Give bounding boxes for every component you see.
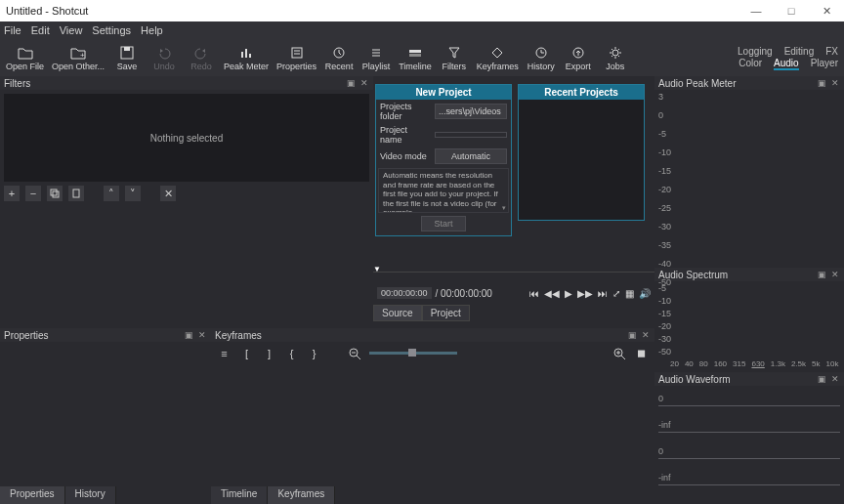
layout-tab-player[interactable]: Player	[811, 58, 838, 70]
peak-tick: -20	[658, 185, 844, 203]
history-icon	[532, 44, 550, 62]
close-button[interactable]: ✕	[809, 0, 844, 21]
timecode-total: / 00:00:00:00	[436, 288, 492, 299]
svg-rect-14	[409, 54, 421, 57]
play-icon[interactable]: ▶	[565, 288, 572, 299]
svg-point-17	[612, 50, 618, 56]
kf-brace-open-icon[interactable]: {	[284, 346, 299, 360]
toolbar-redo-button[interactable]: Redo	[187, 44, 216, 71]
toolbar-keyframes-button[interactable]: Keyframes	[477, 44, 519, 71]
filter-up-button[interactable]: ˄	[104, 186, 119, 201]
layout-tab-logging[interactable]: Logging	[738, 46, 773, 57]
kf-zoom-out-icon[interactable]	[347, 346, 361, 360]
menu-help[interactable]: Help	[141, 24, 163, 36]
project-name-input[interactable]	[435, 132, 507, 138]
kf-bracket-open-icon[interactable]: [	[239, 346, 254, 360]
filters-placeholder: Nothing selected	[150, 133, 224, 144]
save-icon	[118, 44, 136, 62]
layout-tab-fx[interactable]: FX	[825, 46, 838, 57]
export-icon	[570, 44, 587, 62]
peak-tick: 0	[658, 110, 844, 129]
panel-controls-icon[interactable]: ▣ ✕	[818, 78, 840, 88]
skip-end-icon[interactable]: ⏭	[598, 288, 608, 299]
grid-icon[interactable]: ▦	[625, 288, 634, 299]
toolbar-open-file-button[interactable]: Open File	[6, 44, 44, 71]
svg-rect-3	[241, 52, 243, 58]
toolbar-jobs-button[interactable]: Jobs	[601, 44, 630, 71]
svg-line-27	[621, 356, 625, 359]
bottom-tab-history[interactable]: History	[65, 486, 116, 504]
maximize-button[interactable]: □	[774, 0, 809, 21]
filter-down-button[interactable]: ˅	[125, 186, 141, 201]
player-tab-source[interactable]: Source	[373, 305, 422, 321]
bottom-tab-properties[interactable]: Properties	[0, 486, 65, 504]
filter-remove-button[interactable]: −	[25, 186, 41, 201]
player-panel: 00:00:00:00 / 00:00:00:00 ⏮ ◀◀ ▶ ▶▶ ⏭ ⤢ …	[373, 268, 654, 328]
svg-text:+: +	[80, 51, 85, 60]
spectrum-panel: Audio Spectrum ▣ ✕ -5-10-15-20-30-50 204…	[654, 268, 844, 368]
panel-controls-icon[interactable]: ▣ ✕	[347, 78, 369, 88]
filter-copy-button[interactable]	[47, 186, 63, 201]
player-tab-project[interactable]: Project	[422, 305, 470, 321]
peak-meter-panel: Audio Peak Meter ▣ ✕ 30-5-10-15-20-25-30…	[654, 76, 844, 268]
toolbar-properties-button[interactable]: Properties	[276, 44, 316, 71]
toolbar-playlist-button[interactable]: Playlist	[361, 44, 391, 71]
svg-rect-5	[249, 54, 251, 58]
toolbar-save-button[interactable]: Save	[112, 44, 142, 71]
zoom-icon[interactable]: ⤢	[612, 288, 620, 299]
menu-edit[interactable]: Edit	[31, 24, 50, 36]
filters-icon	[445, 44, 463, 62]
kf-menu-icon[interactable]: ≡	[217, 346, 232, 360]
start-button[interactable]: Start	[421, 216, 466, 231]
new-project-header: New Project	[376, 85, 511, 100]
keyframes-panel: Keyframes ▣ ✕ ≡ [ ] { } ◼	[211, 328, 654, 486]
bottom-tab-timeline[interactable]: Timeline	[211, 486, 268, 504]
next-frame-icon[interactable]: ▶▶	[577, 288, 593, 299]
projects-folder-button[interactable]: ...sers\pj\Videos	[435, 104, 507, 119]
timecode-current[interactable]: 00:00:00:00	[377, 287, 432, 299]
kf-fit-icon[interactable]: ◼	[634, 346, 649, 360]
volume-icon[interactable]: 🔊	[639, 288, 651, 299]
kf-bracket-close-icon[interactable]: ]	[262, 346, 276, 360]
kf-zoom-slider[interactable]	[369, 352, 457, 355]
bottom-tab-keyframes[interactable]: Keyframes	[268, 486, 335, 504]
toolbar-peak-meter-button[interactable]: Peak Meter	[224, 44, 269, 71]
filter-paste-button[interactable]	[68, 186, 84, 201]
panel-controls-icon[interactable]: ▣ ✕	[818, 270, 840, 279]
menu-settings[interactable]: Settings	[92, 24, 131, 36]
toolbar-history-button[interactable]: History	[527, 44, 556, 71]
layout-tab-editing[interactable]: Editing	[784, 46, 815, 57]
minimize-button[interactable]: —	[738, 0, 774, 21]
toolbar-open-other--button[interactable]: +Open Other...	[52, 44, 105, 71]
filters-title: Filters	[4, 78, 30, 89]
svg-line-23	[357, 356, 360, 359]
svg-rect-13	[409, 50, 421, 53]
svg-rect-20	[73, 189, 79, 197]
menu-view[interactable]: View	[60, 24, 83, 36]
filter-clear-button[interactable]: ✕	[160, 186, 176, 201]
menu-file[interactable]: File	[4, 24, 21, 36]
player-scrubber[interactable]	[373, 272, 654, 283]
video-mode-select[interactable]: Automatic	[435, 148, 507, 164]
menu-bar: File Edit View Settings Help	[0, 21, 844, 39]
kf-brace-close-icon[interactable]: }	[307, 346, 321, 360]
toolbar-filters-button[interactable]: Filters	[440, 44, 469, 71]
toolbar-undo-button[interactable]: Undo	[149, 44, 179, 71]
panel-controls-icon[interactable]: ▣ ✕	[185, 330, 207, 340]
skip-start-icon[interactable]: ⏮	[529, 288, 539, 299]
undo-icon	[155, 44, 173, 62]
prev-frame-icon[interactable]: ◀◀	[544, 288, 560, 299]
recent-projects-panel: Recent Projects	[518, 84, 645, 221]
toolbar-recent-button[interactable]: Recent	[324, 44, 354, 71]
keyframes-title: Keyframes	[215, 330, 262, 341]
toolbar-timeline-button[interactable]: Timeline	[399, 44, 432, 71]
layout-tab-audio[interactable]: Audio	[774, 58, 799, 70]
peak-tick: -10	[658, 147, 844, 166]
filter-add-button[interactable]: +	[4, 186, 20, 201]
filters-preview: Nothing selected	[4, 94, 369, 182]
panel-controls-icon[interactable]: ▣ ✕	[628, 330, 651, 340]
layout-tab-color[interactable]: Color	[738, 58, 762, 70]
kf-zoom-in-icon[interactable]	[612, 346, 626, 360]
panel-controls-icon[interactable]: ▣ ✕	[818, 374, 840, 384]
toolbar-export-button[interactable]: Export	[564, 44, 593, 71]
